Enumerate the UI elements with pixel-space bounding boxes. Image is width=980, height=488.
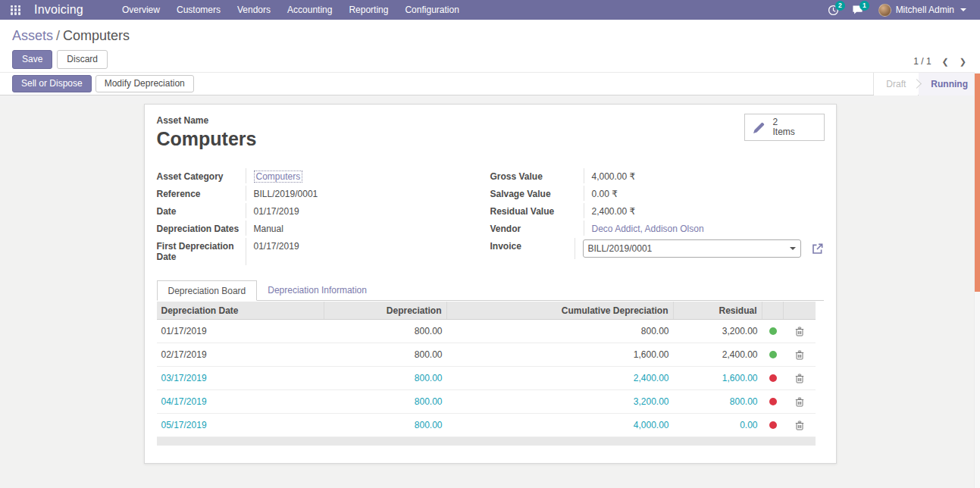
cell-residual: 3,200.00 (674, 326, 762, 336)
activity-count-badge: 2 (835, 1, 845, 11)
breadcrumb-separator: / (53, 28, 63, 43)
table-footer (157, 437, 816, 446)
pager-next-icon[interactable]: ❯ (960, 57, 966, 67)
first-depreciation-date-label: First Depreciation Date (157, 238, 246, 264)
asset-name-label: Asset Name (157, 115, 824, 126)
table-row[interactable]: 01/17/2019 800.00 800.00 3,200.00 (157, 320, 816, 343)
trash-icon[interactable] (795, 350, 804, 360)
user-menu[interactable]: Mitchell Admin (872, 0, 972, 20)
right-field-group: Gross Value 4,000.00 ₹ Salvage Value 0.0… (490, 168, 824, 265)
column-header-delete (784, 302, 816, 319)
menu-item-vendors[interactable]: Vendors (229, 0, 279, 20)
pager: 1 / 1 ❮ ❯ (913, 56, 966, 67)
menu-item-accounting[interactable]: Accounting (279, 0, 340, 20)
column-header-depreciation[interactable]: Depreciation (324, 302, 447, 319)
cell-cumulative: 1,600.00 (447, 349, 674, 360)
pencil-icon (753, 121, 766, 134)
table-row[interactable]: 05/17/2019 800.00 4,000.00 0.00 (157, 414, 816, 437)
sell-or-dispose-button[interactable]: Sell or Dispose (12, 75, 92, 92)
date-value[interactable]: 01/17/2019 (246, 203, 469, 218)
cell-depreciation: 800.00 (324, 420, 447, 430)
invoice-label: Invoice (490, 238, 575, 253)
menu-item-reporting[interactable]: Reporting (340, 0, 396, 20)
asset-category-value[interactable]: Computers (254, 170, 303, 183)
column-header-status (762, 302, 784, 319)
depreciation-board-table: Depreciation Date Depreciation Cumulativ… (157, 302, 816, 446)
breadcrumb-current: Computers (63, 28, 130, 43)
residual-value-label: Residual Value (490, 203, 584, 218)
salvage-value-value[interactable]: 0.00 ₹ (584, 186, 824, 201)
save-button[interactable]: Save (12, 50, 52, 69)
cell-residual: 800.00 (674, 396, 762, 407)
messages-menu-button[interactable]: 1 (848, 0, 868, 20)
breadcrumb: Assets/Computers (12, 27, 968, 44)
table-row[interactable]: 02/17/2019 800.00 1,600.00 2,400.00 (157, 343, 816, 367)
cell-cumulative: 800.00 (447, 326, 674, 336)
message-count-badge: 1 (859, 1, 869, 11)
salvage-value-label: Salvage Value (490, 186, 584, 201)
first-depreciation-date-value[interactable]: 01/17/2019 (246, 238, 469, 265)
unposted-status-dot (769, 374, 777, 382)
cell-residual: 2,400.00 (674, 349, 762, 360)
trash-icon[interactable] (795, 327, 804, 336)
activity-menu-button[interactable]: 2 (824, 0, 844, 20)
cell-depreciation: 800.00 (324, 326, 447, 336)
cell-cumulative: 3,200.00 (447, 396, 674, 407)
tab-depreciation-board[interactable]: Depreciation Board (157, 280, 258, 301)
scrollbar-thumb[interactable] (975, 74, 980, 292)
column-header-cumulative-depreciation[interactable]: Cumulative Depreciation (447, 302, 674, 319)
menu-item-customers[interactable]: Customers (168, 0, 229, 20)
asset-category-label: Asset Category (157, 168, 246, 183)
unposted-status-dot (769, 398, 777, 405)
breadcrumb-assets-link[interactable]: Assets (12, 28, 53, 43)
table-row[interactable]: 03/17/2019 800.00 2,400.00 1,600.00 (157, 367, 816, 390)
column-header-depreciation-date[interactable]: Depreciation Date (157, 302, 324, 319)
asset-name-value[interactable]: Computers (157, 128, 824, 150)
apps-menu-icon[interactable] (11, 5, 20, 15)
depreciation-dates-value[interactable]: Manual (246, 221, 469, 236)
state-steps: Draft Running (873, 73, 980, 95)
cell-depreciation-date: 05/17/2019 (157, 420, 324, 430)
items-stat-button[interactable]: 2 Items (744, 114, 825, 141)
menu-item-configuration[interactable]: Configuration (396, 0, 467, 20)
unposted-status-dot (769, 421, 777, 429)
residual-value-value[interactable]: 2,400.00 ₹ (584, 203, 824, 218)
cell-cumulative: 4,000.00 (447, 420, 674, 430)
vendor-value[interactable]: Deco Addict, Addison Olson (592, 224, 704, 234)
cell-residual: 0.00 (674, 420, 762, 430)
left-field-group: Asset Category Computers Reference BILL/… (157, 168, 469, 265)
modify-depreciation-button[interactable]: Modify Depreciation (95, 75, 194, 92)
menu-item-overview[interactable]: Overview (114, 0, 168, 20)
cell-cumulative: 2,400.00 (447, 373, 674, 383)
cell-depreciation-date: 03/17/2019 (157, 373, 324, 383)
cell-residual: 1,600.00 (674, 373, 762, 383)
trash-icon[interactable] (795, 421, 804, 430)
external-link-icon[interactable] (811, 242, 824, 255)
discard-button[interactable]: Discard (57, 50, 108, 69)
posted-status-dot (769, 327, 777, 335)
cell-depreciation: 800.00 (324, 396, 447, 407)
table-row[interactable]: 04/17/2019 800.00 3,200.00 800.00 (157, 390, 816, 414)
notebook: Depreciation Board Depreciation Informat… (157, 280, 824, 446)
reference-label: Reference (157, 186, 246, 201)
trash-icon[interactable] (795, 374, 804, 383)
page-scrollbar[interactable] (974, 72, 980, 488)
statusbar: Sell or Dispose Modify Depreciation Draf… (0, 72, 980, 95)
trash-icon[interactable] (795, 397, 804, 407)
control-panel: Assets/Computers Save Discard 1 / 1 ❮ ❯ (0, 20, 980, 72)
user-name: Mitchell Admin (896, 5, 954, 15)
cell-depreciation: 800.00 (324, 349, 447, 360)
reference-value[interactable]: BILL/2019/0001 (246, 186, 469, 201)
form-view: Asset Name Computers 2 Items Asset Categ… (0, 104, 980, 488)
vendor-label: Vendor (490, 221, 584, 236)
tab-depreciation-information[interactable]: Depreciation Information (257, 280, 377, 300)
column-header-residual[interactable]: Residual (674, 302, 762, 319)
cell-depreciation-date: 04/17/2019 (157, 396, 324, 407)
user-avatar (878, 4, 891, 17)
cell-depreciation-date: 02/17/2019 (157, 349, 324, 360)
invoice-field[interactable] (583, 239, 801, 258)
app-name[interactable]: Invoicing (34, 3, 83, 17)
cell-depreciation-date: 01/17/2019 (157, 326, 324, 336)
pager-previous-icon[interactable]: ❮ (942, 57, 949, 67)
gross-value-value[interactable]: 4,000.00 ₹ (584, 168, 824, 183)
